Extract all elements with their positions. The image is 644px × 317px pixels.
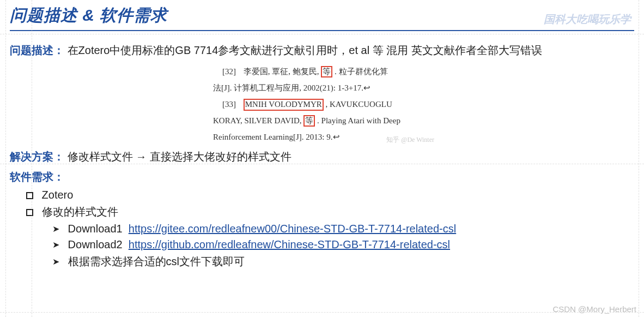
solution-row: 解决方案： 修改样式文件 → 直接选择大佬改好的样式文件 (10, 148, 634, 165)
list-item: ➤ 根据需求选择合适的csl文件下载即可 (52, 254, 634, 269)
square-bullet-icon (26, 192, 33, 199)
highlight-box: 等 (303, 115, 315, 127)
slide-header: 问题描述 & 软件需求 国科大吃喝玩乐学 (0, 0, 644, 27)
ref-number: [32] (213, 63, 236, 80)
solution-label: 解决方案： (10, 151, 64, 163)
ref-text: KORAY, SILVER DAVID, (213, 116, 303, 125)
ref-line-2: 法[J]. 计算机工程与应用, 2002(21): 1-3+17.↩ (213, 80, 431, 96)
ref-text: . 粒子群优化算 (335, 67, 388, 76)
triangle-bullet-icon: ➤ (52, 256, 59, 267)
problem-text: 在Zotero中使用标准的GB 7714参考文献进行文献引用时，et al 等 … (68, 44, 542, 56)
needs-list: Zotero 修改的样式文件 ➤ Download1 https://gitee… (26, 189, 634, 269)
list-item: Zotero (26, 189, 634, 201)
list-item: ➤ Download1 https://gitee.com/redleafnew… (52, 223, 634, 235)
ref-text: Reinforcement Learning[J]. 2013: 9.↩ (213, 133, 340, 141)
list-item-label: Zotero (42, 189, 74, 201)
note-text: 根据需求选择合适的csl文件下载即可 (68, 255, 245, 267)
ref-line-5: Reinforcement Learning[J]. 2013: 9.↩ 知乎 … (213, 129, 431, 145)
ref-line-1: [32] 李爱国, 覃征, 鲍复民, 等 . 粒子群优化算 (213, 63, 431, 80)
ref-number: [33] (213, 96, 236, 112)
problem-label: 问题描述： (10, 44, 64, 56)
list-item: 修改的样式文件 (26, 205, 634, 219)
solution-text: 修改样式文件 → 直接选择大佬改好的样式文件 (68, 151, 291, 163)
triangle-bullet-icon: ➤ (52, 240, 59, 250)
needs-label: 软件需求： (10, 171, 64, 183)
ref-text: 李爱国, 覃征, 鲍复民, (244, 67, 319, 76)
problem-row: 问题描述： 在Zotero中使用标准的GB 7714参考文献进行文献引用时，et… (10, 42, 634, 59)
list-item-label: 修改的样式文件 (42, 206, 118, 218)
download-label: Download1 (68, 223, 123, 235)
ref-line-3: [33] MNIH VOLODYMYR , KAVUKCUOGLU (213, 96, 431, 112)
highlight-box: 等 (321, 66, 332, 77)
reference-example: [32] 李爱国, 覃征, 鲍复民, 等 . 粒子群优化算 法[J]. 计算机工… (213, 63, 431, 145)
ref-text: . Playing Atari with Deep (317, 116, 400, 125)
square-bullet-icon (26, 209, 33, 216)
download-label: Download2 (68, 238, 123, 250)
triangle-bullet-icon: ➤ (52, 224, 59, 234)
needs-row: 软件需求： (10, 169, 634, 186)
source-watermark: 知乎 @De Winter (386, 133, 434, 146)
download-list: ➤ Download1 https://gitee.com/redleafnew… (52, 223, 634, 269)
highlight-box: MNIH VOLODYMYR (244, 99, 324, 111)
slide-body: 问题描述： 在Zotero中使用标准的GB 7714参考文献进行文献引用时，et… (0, 31, 644, 269)
download-link-1[interactable]: https://gitee.com/redleafnew00/Chinese-S… (129, 223, 456, 235)
footer-watermark: CSDN @Mory_Herbert (552, 304, 636, 314)
download-link-2[interactable]: https://github.com/redleafnew/Chinese-ST… (129, 238, 450, 250)
brand-watermark: 国科大吃喝玩乐学 (544, 12, 634, 27)
slide-title: 问题描述 & 软件需求 (10, 4, 167, 27)
ref-text: , KAVUKCUOGLU (325, 100, 392, 109)
ref-text: 法[J]. 计算机工程与应用, 2002(21): 1-3+17.↩ (213, 83, 370, 92)
ref-line-4: KORAY, SILVER DAVID, 等 . Playing Atari w… (213, 112, 431, 129)
list-item: ➤ Download2 https://github.com/redleafne… (52, 238, 634, 251)
